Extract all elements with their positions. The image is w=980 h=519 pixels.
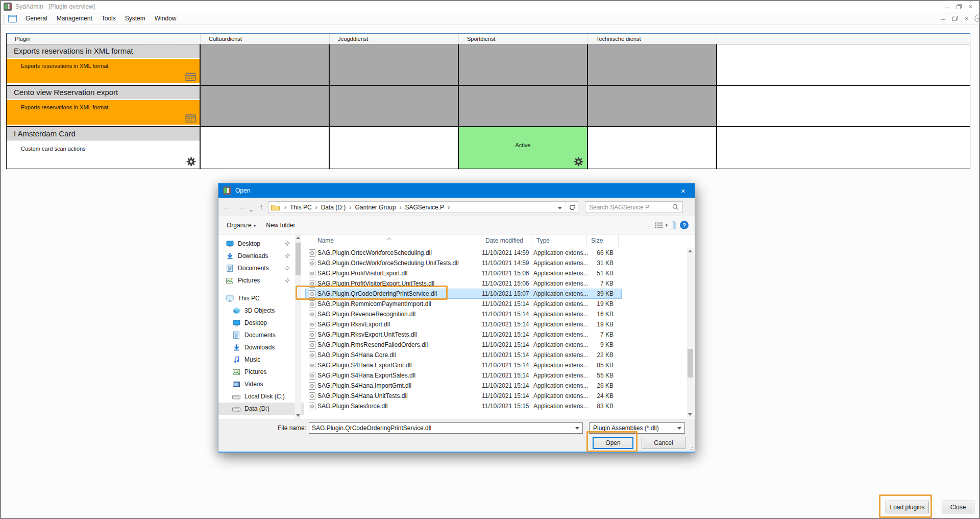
window-menu-circle-icon[interactable]: [974, 14, 979, 22]
combo-dropdown-icon[interactable]: [572, 427, 582, 430]
file-row[interactable]: SAG.Plugin.RksvExport.dll11/10/2021 15:1…: [305, 319, 622, 329]
service-cell-empty[interactable]: [588, 127, 717, 169]
resize-grip[interactable]: [689, 446, 693, 450]
file-row[interactable]: SAG.Plugin.OrtecWorkforceScheduling.dll1…: [305, 248, 622, 258]
column-header-type[interactable]: Type: [532, 234, 587, 248]
sidebar-item-local-disk-c[interactable]: Local Disk (C:): [218, 390, 304, 403]
sidebar-item-this-pc[interactable]: This PC: [218, 292, 304, 304]
new-folder-button[interactable]: New folder: [261, 222, 300, 229]
file-list-scrollbar[interactable]: [687, 248, 694, 418]
sidebar-item-downloads[interactable]: Downloads: [218, 250, 304, 262]
menu-window[interactable]: Window: [150, 13, 181, 24]
toolbar-grip[interactable]: [4, 14, 5, 23]
child-window-icon[interactable]: [8, 15, 17, 22]
scrollbar-thumb[interactable]: [296, 243, 301, 275]
breadcrumb-separator-icon[interactable]: ›: [445, 204, 452, 211]
sidebar-item-data-d[interactable]: Data (D:): [218, 403, 304, 415]
service-cell-empty[interactable]: [201, 127, 330, 169]
column-header-jeugddienst[interactable]: Jeugddienst: [330, 34, 459, 44]
dialog-close-icon[interactable]: ×: [672, 183, 695, 198]
load-plugins-button[interactable]: Load plugins: [886, 501, 929, 513]
menu-tools[interactable]: Tools: [97, 13, 120, 24]
sidebar-item-pictures[interactable]: Pictures: [218, 366, 304, 378]
service-cell-inactive[interactable]: [330, 86, 459, 126]
file-row[interactable]: SAG.Plugin.Salesforce.dll11/10/2021 15:1…: [305, 401, 622, 411]
restore-icon[interactable]: [953, 2, 965, 11]
search-input[interactable]: [585, 204, 669, 211]
service-cell-inactive[interactable]: [588, 86, 717, 126]
menu-system[interactable]: System: [120, 13, 150, 24]
breadcrumb-separator-icon[interactable]: ›: [282, 204, 289, 211]
close-button[interactable]: Close: [942, 501, 974, 513]
file-type-select[interactable]: Plugin Assemblies (*.dll): [589, 422, 685, 434]
file-row[interactable]: SAG.Plugin.QrCodeOrderingPrintService.dl…: [305, 289, 622, 299]
service-cell-inactive[interactable]: [459, 44, 588, 85]
back-icon[interactable]: ←: [224, 202, 231, 212]
breadcrumb-separator-icon[interactable]: ›: [313, 204, 320, 211]
file-row[interactable]: SAG.Plugin.S4Hana.ExportGmt.dll11/10/202…: [305, 360, 622, 370]
column-header-technische-dienst[interactable]: Technische dienst: [588, 34, 717, 44]
column-header-plugin[interactable]: Plugin: [7, 34, 201, 44]
service-cell-inactive[interactable]: [201, 44, 330, 85]
service-cell-empty[interactable]: [330, 127, 459, 169]
breadcrumb-item[interactable]: Data (D:): [320, 204, 347, 211]
file-name-combo[interactable]: [309, 422, 583, 434]
file-row[interactable]: SAG.Plugin.OrtecWorkforceScheduling.Unit…: [305, 258, 622, 268]
plugin-description-panel[interactable]: Exports reservations in XML format: [7, 100, 200, 125]
view-details-icon[interactable]: [655, 222, 663, 228]
column-header-name[interactable]: Name: [305, 234, 481, 248]
file-row[interactable]: SAG.Plugin.RksvExport.UnitTests.dll11/10…: [305, 329, 622, 340]
plugin-cell[interactable]: Exports reservations in XML format Expor…: [7, 44, 201, 85]
breadcrumb-separator-icon[interactable]: ›: [347, 204, 354, 211]
calendar-icon[interactable]: [185, 113, 196, 123]
sidebar-scrollbar[interactable]: [295, 234, 301, 419]
file-row[interactable]: SAG.Plugin.ProfitVisitorExport.dll11/10/…: [305, 268, 622, 278]
file-row[interactable]: SAG.Plugin.RemmicomPaymentImport.dll11/1…: [305, 299, 622, 309]
scrollbar-thumb[interactable]: [688, 349, 693, 378]
dialog-title-bar[interactable]: Open ×: [218, 183, 695, 198]
menu-management[interactable]: Management: [52, 13, 97, 24]
sidebar-item-desktop[interactable]: Desktop: [218, 238, 304, 250]
cancel-button[interactable]: Cancel: [642, 437, 685, 449]
plugin-description-panel[interactable]: Exports reservations in XML format: [7, 59, 200, 83]
file-name-input[interactable]: [309, 424, 572, 432]
file-row[interactable]: SAG.Plugin.S4Hana.Core.dll11/10/2021 15:…: [305, 350, 622, 360]
file-row[interactable]: SAG.Plugin.ProfitVisitorExport.UnitTests…: [305, 278, 622, 289]
file-row[interactable]: SAG.Plugin.RevenueRecognition.dll11/10/2…: [305, 309, 622, 319]
search-box[interactable]: [585, 201, 683, 213]
sidebar-item-desktop[interactable]: Desktop: [218, 317, 304, 329]
breadcrumb-item[interactable]: SAGService P: [404, 204, 445, 211]
column-header-size[interactable]: Size: [587, 234, 619, 248]
plugin-cell[interactable]: Cento view Reservation export Exports re…: [7, 86, 201, 126]
file-row[interactable]: SAG.Plugin.S4Hana.ImportGmt.dll11/10/202…: [305, 381, 622, 391]
history-chevron-icon[interactable]: [249, 205, 253, 215]
calendar-icon[interactable]: [185, 72, 196, 81]
sidebar-item-3d-objects[interactable]: 3D Objects: [218, 304, 304, 317]
minimize-icon[interactable]: [941, 2, 953, 11]
column-header-cultuurdienst[interactable]: Cultuurdienst: [201, 34, 330, 44]
breadcrumb-item[interactable]: Gantner Group: [354, 204, 397, 211]
scroll-down-icon[interactable]: [688, 413, 692, 416]
child-close-icon[interactable]: ×: [961, 14, 972, 23]
close-icon[interactable]: ×: [965, 2, 976, 11]
column-header-sportdienst[interactable]: Sportdienst: [459, 34, 588, 44]
organize-menu[interactable]: Organize▾: [222, 222, 261, 229]
column-header-date-modified[interactable]: Date modified: [481, 234, 532, 248]
search-icon[interactable]: [669, 204, 682, 210]
help-icon[interactable]: ?: [680, 221, 689, 229]
scroll-up-icon[interactable]: [688, 250, 692, 252]
service-cell-inactive[interactable]: [588, 44, 717, 85]
view-dropdown-icon[interactable]: ▾: [665, 223, 668, 228]
file-row[interactable]: SAG.Plugin.S4Hana.UnitTests.dll11/10/202…: [305, 391, 622, 401]
sidebar-item-music[interactable]: Music: [218, 353, 304, 366]
service-cell-active[interactable]: Active: [459, 127, 588, 169]
open-button[interactable]: Open: [593, 437, 633, 449]
file-row[interactable]: SAG.Plugin.S4Hana.ExportSales.dll11/10/2…: [305, 370, 622, 381]
address-dropdown-icon[interactable]: [554, 204, 566, 211]
scroll-up-icon[interactable]: [296, 237, 300, 239]
sidebar-item-pictures[interactable]: Pictures: [218, 274, 304, 287]
sidebar-item-downloads[interactable]: Downloads: [218, 341, 304, 353]
plugin-cell[interactable]: I Amsterdam Card Custom card scan action…: [7, 127, 201, 169]
gear-icon[interactable]: [186, 157, 196, 167]
forward-icon[interactable]: →: [238, 202, 246, 212]
